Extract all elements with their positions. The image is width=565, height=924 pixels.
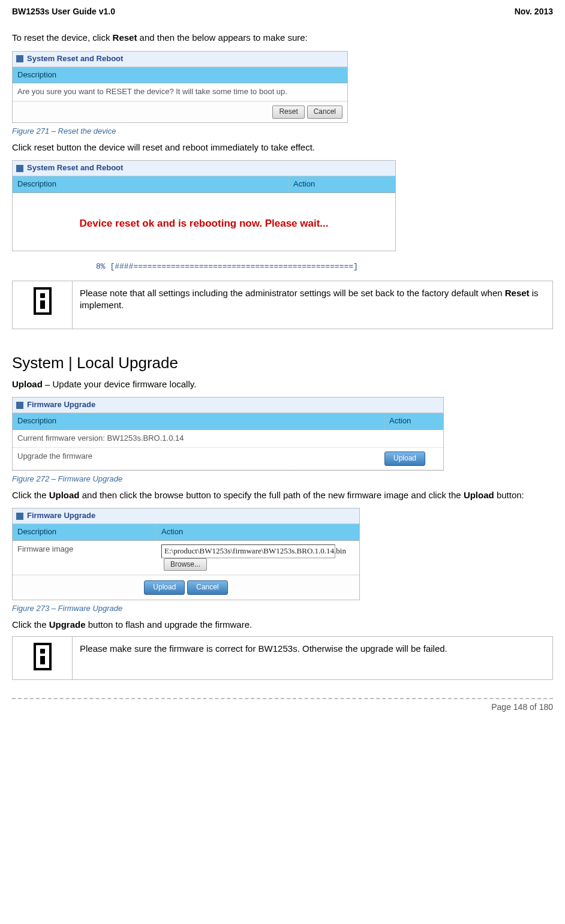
firmware-path-input[interactable]: E:\product\BW1253s\firmware\BW1253s.BRO.… [161,544,335,558]
panel-title: System Reset and Reboot [13,161,395,176]
reset-confirm-msg: Are you sure you want to RESET the devic… [13,83,347,101]
col-description: Description [13,524,157,540]
text: button to flash and upgrade the firmware… [86,619,253,630]
table-header: Description [13,67,347,84]
col-action: Action [288,176,395,192]
cancel-button[interactable]: Cancel [187,580,227,595]
page-number: Page 148 of 180 [491,702,553,712]
page-footer: Page 148 of 180 [12,698,553,712]
upload-button[interactable]: Upload [384,452,425,466]
panel-icon [16,55,23,62]
page-header: BW1253s User Guide v1.0 Nov. 2013 [12,6,553,17]
panel-title: System Reset and Reboot [13,52,347,67]
panel-title-text: System Reset and Reboot [27,163,123,173]
reset-button[interactable]: Reset [272,106,304,119]
figure-caption-273: Figure 273 – Firmware Upgrade [12,604,553,614]
info-icon [34,643,52,670]
button-row: Reset Cancel [13,101,347,122]
text: Click the [12,619,49,630]
upgrade-firmware-label: Upgrade the firmware [13,448,380,469]
section-heading: System | Local Upgrade [12,353,553,374]
text-bold: Upgrade [49,619,86,630]
firmware-version-text: Current firmware version: BW1253s.BRO.1.… [13,430,443,447]
browse-button[interactable]: Browse... [164,558,207,571]
panel-title-text: Firmware Upgrade [27,400,95,410]
text-bold: Reset [113,32,137,43]
text: To reset the device, click [12,32,113,43]
spacer [13,246,395,251]
screenshot-firmware-upgrade: Firmware Upgrade Description Action Curr… [12,397,444,470]
upload-button[interactable]: Upload [144,580,185,595]
paragraph-upload-intro: Upload – Update your device firmware loc… [12,378,553,390]
text-bold: Reset [505,288,530,298]
reboot-message: Device reset ok and is rebooting now. Pl… [13,205,395,246]
text: and then the below appears to make sure: [137,32,307,43]
doc-title: BW1253s User Guide v1.0 [12,6,115,17]
table-row: Upgrade the firmware Upload [13,448,443,470]
info-icon-cell [13,637,73,679]
text: and then click the browse button to spec… [80,490,464,500]
panel-title: Firmware Upgrade [13,508,359,524]
firmware-image-label: Firmware image [13,541,157,574]
paragraph-upgrade-action: Click the Upgrade button to flash and up… [12,619,553,631]
note-box-1: Please note that all settings including … [12,281,553,329]
text-bold: Upload [49,490,80,500]
panel-icon [16,165,23,172]
text: Click the [12,490,49,500]
screenshot-reset-confirm: System Reset and Reboot Description Are … [12,51,348,123]
text: Please note that all settings including … [80,288,505,298]
screenshot-rebooting: System Reset and Reboot Description Acti… [12,160,396,251]
paragraph-reset-effect: Click reset button the device will reset… [12,142,553,154]
text: – Update your device firmware locally. [43,379,197,389]
button-row: Upload Cancel [13,575,359,600]
paragraph-upload-steps: Click the Upload and then click the brow… [12,489,553,501]
table-row: Are you sure you want to RESET the devic… [13,83,347,101]
table-row: Current firmware version: BW1253s.BRO.1.… [13,430,443,448]
cell-action: E:\product\BW1253s\firmware\BW1253s.BRO.… [157,541,359,574]
cancel-button[interactable]: Cancel [307,106,342,119]
spacer [13,193,395,205]
col-action: Action [157,524,359,540]
note-text: Please note that all settings including … [73,281,553,329]
panel-title-text: System Reset and Reboot [27,54,123,64]
info-icon-cell [13,281,73,329]
panel-title-text: Firmware Upgrade [27,511,95,521]
panel-icon [16,513,23,520]
panel-title: Firmware Upgrade [13,398,443,413]
screenshot-firmware-browse: Firmware Upgrade Description Action Firm… [12,508,360,600]
note-box-2: Please make sure the firmware is correct… [12,636,553,679]
table-row: Firmware image E:\product\BW1253s\firmwa… [13,541,359,575]
text-bold: Upload [464,490,494,500]
progress-text: 8% [####================================… [96,262,553,272]
table-header: Description Action [13,176,395,193]
figure-caption-271: Figure 271 – Reset the device [12,127,553,137]
note-text: Please make sure the firmware is correct… [73,637,553,679]
table-header: Description Action [13,413,443,430]
doc-date: Nov. 2013 [515,6,553,17]
panel-icon [16,402,23,409]
col-action: Action [384,413,443,429]
text-bold: Upload [12,379,43,389]
cell-action: Upload [380,448,443,469]
figure-caption-272: Figure 272 – Firmware Upgrade [12,474,553,484]
col-description: Description [13,176,288,192]
info-icon [34,287,52,315]
text: button: [494,490,524,500]
paragraph-intro1: To reset the device, click Reset and the… [12,32,553,44]
col-description: Description [13,67,347,83]
col-description: Description [13,413,384,429]
table-header: Description Action [13,524,359,541]
